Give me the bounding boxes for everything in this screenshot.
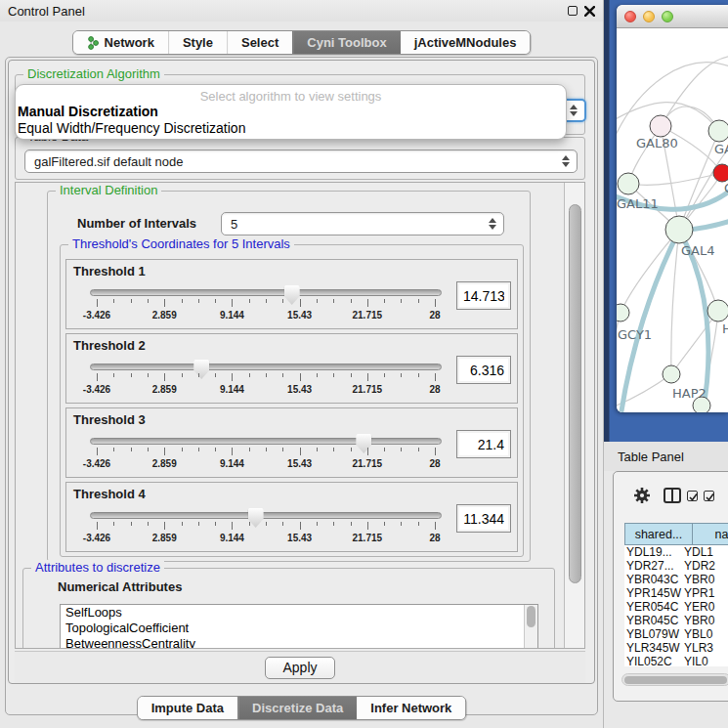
tab-label: Impute Data	[151, 701, 224, 715]
network-node-gal80[interactable]	[650, 115, 671, 137]
mac-close-button[interactable]	[624, 11, 636, 22]
number-of-intervals-label: Number of Intervals	[77, 216, 196, 231]
network-edge-highlighted[interactable]	[621, 231, 679, 412]
threshold-value-input[interactable]	[456, 430, 511, 458]
attributes-scrollbar[interactable]	[524, 605, 537, 648]
column-header-shared[interactable]: shared...	[624, 523, 693, 545]
tab-cyni-toolbox[interactable]: Cyni Toolbox	[292, 31, 400, 54]
table-cell: YDR27...	[624, 559, 684, 573]
table-row[interactable]: YER054CYER0	[624, 600, 728, 614]
scrollbar-thumb[interactable]	[527, 606, 535, 627]
slider-tick	[333, 299, 334, 303]
mac-minimize-button[interactable]	[643, 11, 655, 22]
vertical-scrollbar[interactable]	[564, 183, 584, 648]
table-data-combobox[interactable]: galFiltered.sif default node	[24, 150, 578, 173]
table-row[interactable]: YPR145WYPR1	[624, 586, 728, 600]
threshold-slider[interactable]: -3.4262.8599.14415.4321.71528	[90, 434, 444, 477]
apply-button[interactable]: Apply	[265, 657, 335, 679]
algorithm-option-manual-discretization[interactable]: Manual Discretization	[16, 104, 566, 120]
slider-tick	[435, 448, 436, 455]
slider-tick	[317, 522, 318, 526]
slider-track[interactable]	[90, 364, 442, 370]
top-tab-bar: NetworkStyleSelectCyni ToolboxjActiveMNo…	[0, 21, 603, 57]
attribute-item-betweennesscentrality[interactable]: BetweennessCentrality	[61, 636, 537, 648]
slider-track[interactable]	[90, 289, 442, 296]
slider-tick	[367, 522, 368, 530]
table-cell: YLR345W	[624, 641, 684, 655]
network-node-label: C	[724, 181, 728, 195]
tab-network[interactable]: Network	[73, 31, 168, 54]
slider-ticks	[97, 522, 435, 531]
split-view-icon[interactable]	[664, 488, 681, 503]
table-row[interactable]: YDR27...YDR2	[624, 559, 728, 573]
tab-select[interactable]: Select	[227, 31, 292, 54]
algorithm-option-equal-width-frequency-discretization[interactable]: Equal Width/Frequency Discretization	[16, 120, 566, 137]
slider-tick	[215, 299, 216, 303]
close-icon[interactable]	[584, 6, 595, 17]
slider-tick	[282, 522, 283, 526]
threshold-slider[interactable]: -3.4262.8599.14415.4321.71528	[90, 508, 444, 551]
tab-label: Infer Network	[370, 701, 451, 715]
slider-tick-label: 9.144	[220, 310, 244, 321]
slider-tick-label: 15.43	[287, 384, 312, 395]
slider-tick	[401, 522, 402, 526]
attribute-item-topologicalcoefficient[interactable]: TopologicalCoefficient	[61, 621, 537, 636]
threshold-value-input[interactable]	[456, 356, 511, 384]
table-row[interactable]: YDL19...YDL1	[624, 545, 728, 559]
number-of-intervals-combobox[interactable]: 5	[221, 212, 504, 236]
network-node-ga[interactable]	[708, 120, 728, 142]
attribute-item-selfloops[interactable]: SelfLoops	[61, 605, 537, 621]
tab-label: Network	[105, 35, 154, 50]
network-edge[interactable]	[671, 311, 718, 374]
slider-tick-label: -3.426	[83, 458, 110, 469]
scrollbar-thumb[interactable]	[569, 204, 581, 583]
slider-track[interactable]	[90, 512, 442, 519]
network-canvas[interactable]: GAL80GACGAL11GAL4GCY1HHAP2	[617, 28, 728, 412]
table-row[interactable]: YBR043CYBR0	[624, 573, 728, 586]
tab-label: Cyni Toolbox	[307, 35, 386, 50]
network-edge[interactable]	[679, 131, 719, 230]
network-edge[interactable]	[671, 230, 679, 374]
slider-tick	[164, 522, 165, 530]
network-node-h[interactable]	[707, 300, 728, 321]
slider-track[interactable]	[90, 438, 442, 445]
table-cell: YLR3	[684, 641, 728, 655]
network-node-gcy1[interactable]	[617, 304, 629, 321]
threshold-value-input[interactable]	[456, 281, 511, 310]
slider-tick	[282, 373, 283, 377]
network-edge[interactable]	[679, 146, 728, 230]
tab-impute-data[interactable]: Impute Data	[138, 697, 237, 719]
slider-tick	[97, 373, 98, 381]
table-row[interactable]: YBL079WYBL0	[624, 627, 728, 641]
float-window-icon[interactable]	[568, 6, 578, 16]
threshold-slider[interactable]: -3.4262.8599.14415.4321.71528	[90, 285, 444, 328]
checkbox-icon[interactable]	[687, 491, 698, 501]
threshold-value-input[interactable]	[456, 504, 511, 533]
network-view-window: GAL80GACGAL11GAL4GCY1HHAP2	[617, 5, 728, 412]
slider-tick	[97, 299, 98, 307]
tab-jactivemnodules[interactable]: jActiveMNodules	[401, 31, 531, 54]
network-node-gal4[interactable]	[665, 216, 693, 243]
right-region: GAL80GACGAL11GAL4GCY1HHAP2 Table Panel	[604, 0, 728, 728]
network-node-gal11[interactable]	[618, 173, 639, 194]
horizontal-scrollbar[interactable]	[621, 673, 728, 686]
tab-infer-network[interactable]: Infer Network	[357, 697, 465, 719]
tab-style[interactable]: Style	[168, 31, 227, 54]
gear-icon[interactable]	[633, 487, 651, 504]
threshold-slider[interactable]: -3.4262.8599.14415.4321.71528	[90, 360, 444, 403]
table-row[interactable]: YIL052CYIL0	[624, 655, 728, 666]
column-header-na[interactable]: na	[693, 523, 728, 545]
table-row[interactable]: YLR345WYLR3	[624, 641, 728, 655]
network-node-c[interactable]	[713, 164, 728, 182]
network-edge[interactable]	[661, 56, 728, 126]
checkbox-icon[interactable]	[704, 491, 714, 501]
slider-tick	[148, 373, 149, 377]
network-node-hap2[interactable]	[663, 365, 680, 383]
mac-zoom-button[interactable]	[662, 11, 673, 22]
table-data-value: galFiltered.sif default node	[34, 154, 183, 169]
tab-label: Style	[183, 35, 213, 50]
scrollbar-thumb[interactable]	[624, 676, 727, 684]
table-row[interactable]: YBR045CYBR0	[624, 614, 728, 627]
tab-discretize-data[interactable]: Discretize Data	[237, 697, 357, 719]
network-node[interactable]	[693, 397, 710, 412]
